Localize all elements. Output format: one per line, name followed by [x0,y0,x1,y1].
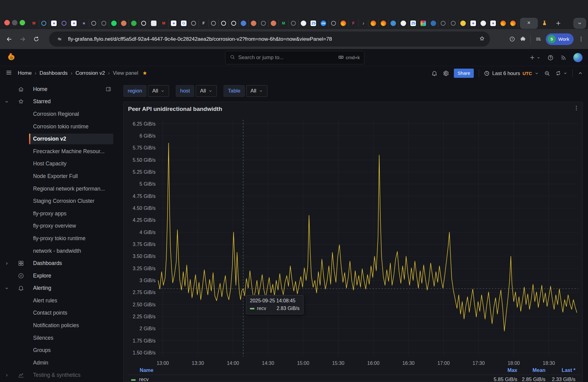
chevron-down-icon[interactable] [4,282,9,295]
timeseries-chart[interactable]: 13:0013:3014:0014:3015:0015:3016:0016:30… [124,117,583,369]
search-input[interactable]: Search or jump to... cmd+k [225,51,364,64]
sidebar-item-corrosion-tokio-runtime[interactable]: Corrosion tokio runtime [0,120,116,133]
legend-header-last[interactable]: Last * [562,367,575,373]
pinned-tab-openai-icon[interactable] [219,19,229,27]
pinned-tab-claude-icon[interactable] [269,19,279,27]
back-button[interactable] [2,32,16,46]
pinned-tab-globe-icon[interactable] [89,19,99,27]
extensions-puzzle-icon[interactable] [520,36,526,42]
pinned-tab-app-purple-star-icon[interactable]: ∗ [79,19,89,27]
variable-label-host[interactable]: host [176,85,194,97]
sidebar-item-network-bandwidth[interactable]: network - bandwidth [0,245,116,257]
chevron-down-icon[interactable] [4,96,9,108]
pinned-tab-linear-icon[interactable]: ∗ [488,19,498,27]
dashboard-settings-gear-icon[interactable] [443,70,449,77]
pinned-tab-target-icon[interactable] [229,19,239,27]
zoom-out-icon[interactable] [544,70,550,77]
sidebar-item-alerting[interactable]: Alerting [0,282,116,295]
legend-header-mean[interactable]: Mean [533,367,545,373]
pinned-tab-globe-icon[interactable] [189,19,199,27]
pinned-tab-github-icon[interactable] [448,19,458,27]
favorite-star-icon[interactable] [142,70,148,76]
extension-onepassword-icon[interactable] [509,36,515,42]
grafana-logo[interactable] [6,52,17,63]
pinned-tab-calendar-25-icon[interactable]: 25 [309,19,319,27]
pinned-tab-claude-icon[interactable] [249,19,259,27]
traffic-light-zoom[interactable] [20,20,25,25]
pinned-tab-grafana-icon[interactable] [338,19,349,27]
pinned-tab-multicolor-app-icon[interactable] [418,19,428,27]
pinned-tab-grid-app-icon[interactable] [149,19,159,27]
pinned-tab-blue-spark-icon[interactable] [239,19,249,27]
pinned-tab-globe-icon[interactable] [209,19,219,27]
pinned-tab-f-app-icon[interactable]: F [199,19,209,27]
hamburger-menu-icon[interactable] [6,69,12,77]
panel-right-icon[interactable] [105,83,111,96]
pinned-tab-app-gray-ring-icon[interactable] [99,19,109,27]
pinned-tab-check-green-icon[interactable] [129,19,139,27]
pinned-tab-github-light-icon[interactable] [299,19,309,27]
pinned-tab-linear-icon[interactable]: ∗ [49,19,59,27]
sidebar-item-corrosion-v2[interactable]: Corrosion v2 [0,133,116,145]
address-bar[interactable]: fly-grafana.flyio.net/d/cff5a5df-92a4-46… [49,32,490,47]
chevron-right-icon[interactable] [4,257,9,270]
reload-button[interactable] [29,32,43,46]
pinned-tab-gmail-icon[interactable]: M [159,19,169,27]
pinned-tab-openai-icon[interactable] [139,19,149,27]
sidebar-item-firecracker-machine-resour[interactable]: Firecracker Machine Resour... [0,145,116,158]
sidebar-item-testing-synthetics[interactable]: Testing & synthetics [0,369,116,382]
breadcrumb-item-dashboards[interactable]: Dashboards [40,70,68,76]
alert-bell-icon[interactable] [431,70,438,77]
breadcrumb-item-home[interactable]: Home [18,70,32,76]
sidebar-item-groups[interactable]: Groups [0,344,116,357]
pinned-tab-grafana-icon[interactable] [498,19,508,27]
sidebar-item-alert-rules[interactable]: Alert rules [0,294,116,307]
pinned-tab-grafana-icon[interactable] [368,19,379,27]
close-tab-icon[interactable] [526,20,531,26]
pinned-tab-grafana-icon[interactable] [508,19,518,27]
sidebar-item-starred[interactable]: Starred [0,96,116,108]
sidebar-item-staging-corrosion-cluster[interactable]: Staging Corrosion Cluster [0,195,116,207]
site-settings-icon[interactable] [54,34,65,45]
news-rss-icon[interactable] [560,55,567,61]
sidebar-item-regional-network-performan[interactable]: Regional network performan... [0,183,116,195]
variable-label-region[interactable]: region [123,85,146,97]
pinned-tab-zoom-icon[interactable]: zm [318,19,329,27]
sidebar-item-explore[interactable]: Explore [0,270,116,282]
sidebar-item-corrosion-regional[interactable]: Corrosion Regional [0,108,116,120]
flask-tab-icon[interactable] [539,18,550,28]
variable-value-region[interactable]: All [148,85,169,97]
pinned-tab-grafana-icon[interactable] [379,19,389,27]
sidebar-item-contact-points[interactable]: Contact points [0,307,116,320]
reading-list-icon[interactable] [535,36,541,42]
bookmark-star-icon[interactable] [479,36,485,43]
pinned-tab-rings-icon[interactable] [438,19,448,27]
pinned-tab-figma-icon[interactable]: F [349,19,359,27]
sidebar-item-home[interactable]: Home [0,83,116,96]
pinned-tab-app-purple-ring-icon[interactable] [59,19,69,27]
collapse-chevron-up-icon[interactable] [578,70,583,76]
sidebar-item-node-exporter-full[interactable]: Node Exporter Full [0,170,116,183]
variable-label-table[interactable]: Table [224,85,245,97]
pinned-tab-gmail-icon[interactable]: M [29,19,39,27]
new-tab-button[interactable] [553,18,564,28]
sidebar-item-silences[interactable]: Silences [0,332,116,344]
legend-series-name[interactable]: recv [139,376,149,382]
panel-title[interactable]: Peer API unidirectional bandwidth [128,106,222,112]
sidebar-item-fly-proxy-overview[interactable]: fly-proxy overview [0,220,116,233]
pinned-tab-linear-icon[interactable]: ∗ [169,19,179,27]
browser-menu-kebab-icon[interactable] [578,36,584,42]
pinned-tab-github-icon[interactable] [288,19,299,27]
forward-button[interactable] [16,32,29,46]
pinned-tab-calendar-25-icon[interactable]: 25 [409,19,419,27]
share-button[interactable]: Share [454,69,474,78]
tab-overflow-chevron-icon[interactable] [573,18,586,29]
pinned-tab-google-icon[interactable]: G [179,19,189,27]
sidebar-item-fly-proxy-tokio-runtime[interactable]: fly-proxy tokio runtime [0,232,116,245]
variable-value-table[interactable]: All [246,85,267,97]
pinned-tab-blue-swoosh-icon[interactable] [388,19,398,27]
refresh-button[interactable] [555,70,567,76]
pinned-tab-linear-icon[interactable]: ∗ [468,19,478,27]
variable-value-host[interactable]: All [196,85,217,97]
legend-header-max[interactable]: Max [507,367,517,373]
